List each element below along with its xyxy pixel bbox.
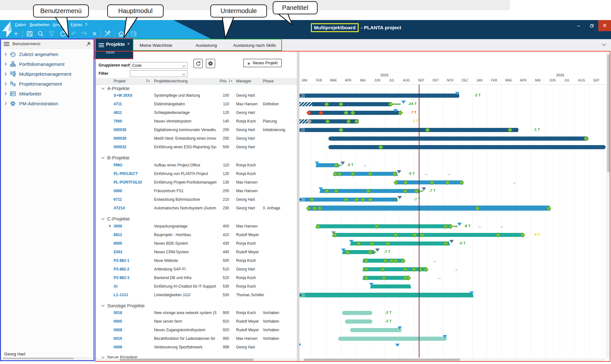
project-id[interactable]: 0009 bbox=[114, 345, 122, 349]
col-manager[interactable]: Manager bbox=[236, 79, 251, 83]
gantt-month-label: AUG bbox=[400, 79, 413, 82]
group-header-b-projekte[interactable]: B-Projekte bbox=[107, 155, 130, 160]
gantt-gridline bbox=[341, 85, 341, 358]
project-id[interactable]: PMO bbox=[114, 163, 122, 167]
col-prio[interactable]: Prio bbox=[220, 79, 226, 83]
gantt-gridline bbox=[560, 85, 560, 358]
gantt-month-label: JUN bbox=[371, 79, 384, 82]
gantt-bar-000032[interactable] bbox=[328, 145, 606, 149]
project-id[interactable]: 5000 bbox=[114, 189, 122, 193]
delay-label: 5 T bbox=[535, 233, 540, 236]
project-id[interactable]: P2-882-1 bbox=[114, 258, 129, 263]
gantt-bar-L1-JJJJ[interactable] bbox=[298, 293, 474, 298]
project-id[interactable]: E001 bbox=[114, 250, 123, 254]
project-id[interactable]: PL-PROJECT bbox=[114, 172, 138, 176]
project-id[interactable]: 7000 bbox=[114, 119, 122, 123]
project-prio: 500 bbox=[210, 258, 229, 263]
table-gantt-divider[interactable] bbox=[297, 52, 299, 362]
project-id[interactable]: 0010 bbox=[114, 336, 122, 341]
project-id[interactable]: 0018 bbox=[114, 311, 122, 315]
gantt-bar-0005[interactable] bbox=[345, 319, 372, 324]
project-name: Einführung von PLANTA Project bbox=[154, 172, 208, 176]
gantt-bar-S+W 20XX[interactable] bbox=[298, 94, 459, 98]
col-phase[interactable]: Phase bbox=[263, 79, 274, 83]
project-id[interactable]: 000030 bbox=[114, 136, 126, 141]
gantt-bar-3000[interactable] bbox=[316, 224, 452, 228]
gantt-month-label: FEB bbox=[488, 79, 501, 82]
project-name: Backend DB und Infra bbox=[154, 276, 191, 280]
gantt-gridline bbox=[574, 85, 575, 358]
gantt-gridline bbox=[326, 85, 327, 358]
project-id[interactable]: 000032 bbox=[114, 145, 126, 149]
gantt-bar-PL-PROJECT[interactable] bbox=[333, 172, 398, 176]
chevron-down-icon[interactable] bbox=[102, 217, 105, 220]
project-id[interactable]: PL-PORTFOLIO bbox=[114, 180, 142, 185]
project-manager: Rudolf Meyer bbox=[236, 319, 259, 324]
project-id[interactable]: S+W 20XX bbox=[114, 93, 132, 98]
project-id[interactable]: P2-882-3 bbox=[114, 276, 129, 280]
gantt-month-label: JUL bbox=[385, 79, 398, 82]
project-id[interactable]: 6711 bbox=[114, 197, 122, 202]
project-id[interactable]: AT214 bbox=[114, 206, 125, 210]
gantt-bar-AT214[interactable] bbox=[307, 206, 551, 211]
gantt-bar-0008[interactable] bbox=[350, 328, 402, 332]
schedule-triangle-icon bbox=[397, 170, 401, 173]
project-id[interactable]: 4711 bbox=[114, 102, 122, 106]
sidebar-item-multiprojektmanagement[interactable]: Multiprojektmanagement bbox=[1, 69, 94, 79]
group-header-c-projekte[interactable]: C-Projekte bbox=[107, 216, 130, 221]
sidebar-item-zuletzt angesehen[interactable]: Zuletzt angesehen bbox=[1, 49, 94, 59]
gantt-gridline bbox=[385, 85, 385, 358]
gantt-bar-000030[interactable] bbox=[328, 136, 588, 141]
project-id[interactable]: 0008 bbox=[114, 328, 122, 332]
gantt-bar-0010[interactable] bbox=[338, 337, 447, 341]
project-id[interactable]: 4811 bbox=[114, 110, 122, 115]
project-id[interactable]: 3000 bbox=[114, 224, 122, 228]
table-horizontal-scrollbar[interactable] bbox=[96, 358, 297, 361]
sidebar-item-mitarbeiter[interactable]: Mitarbeiter bbox=[1, 89, 94, 99]
schedule-triangle-icon bbox=[341, 162, 345, 165]
gantt-bar-000035[interactable] bbox=[298, 128, 518, 132]
tab-projekte-active[interactable]: Projekte × Basis bbox=[95, 39, 133, 59]
col-projekt[interactable]: Projekt bbox=[114, 79, 125, 83]
sidebar-item-projektmanagement[interactable]: Projektmanagement bbox=[1, 79, 94, 89]
gantt-bar-4711[interactable] bbox=[298, 102, 392, 106]
project-id[interactable]: 8000 bbox=[114, 241, 122, 246]
project-manager: Rudolf Meyer bbox=[236, 328, 259, 332]
delay-feather-icon: ›››››››››› bbox=[392, 102, 402, 106]
project-id[interactable]: L1-JJJJ bbox=[114, 293, 128, 297]
sidebar-item-portfoliomanagement[interactable]: Portfoliomanagement bbox=[1, 59, 94, 69]
project-id[interactable]: 6812 bbox=[114, 233, 122, 237]
chevron-down-icon[interactable] bbox=[102, 87, 105, 90]
sidebar-header: Benutzermenü bbox=[1, 39, 94, 49]
col-bezeichnung[interactable]: Projektbezeichnung bbox=[154, 79, 187, 83]
project-id[interactable]: P2-882-2 bbox=[114, 267, 129, 271]
chevron-down-icon[interactable] bbox=[102, 304, 105, 307]
vertical-scrollbar[interactable] bbox=[606, 52, 610, 358]
gantt-bar-AI[interactable] bbox=[370, 284, 411, 289]
chevron-down-icon[interactable] bbox=[102, 355, 105, 359]
chevron-right-icon[interactable] bbox=[108, 225, 111, 227]
project-id[interactable]: 000035 bbox=[114, 128, 126, 132]
project-name: Elektrohängebahn bbox=[154, 102, 185, 106]
group-header-a-projekte[interactable]: A-Projekte bbox=[107, 86, 130, 91]
gantt-month-label: MAE bbox=[327, 79, 340, 82]
sidebar-scrollbar[interactable] bbox=[2, 357, 93, 360]
gantt-bar-0018[interactable] bbox=[342, 311, 372, 315]
project-id[interactable]: AI bbox=[114, 284, 117, 289]
pin-icon[interactable] bbox=[85, 41, 91, 47]
col-projekt-sort: 2▲ bbox=[146, 79, 150, 83]
sidebar-item-pm-administration[interactable]: PM-Administration bbox=[1, 99, 94, 108]
header-divider bbox=[96, 84, 606, 85]
project-prio: 400 bbox=[210, 224, 229, 228]
tab-menu-icon[interactable] bbox=[99, 43, 104, 47]
group-header-sonstige-projekte[interactable]: Sonstige Projekte bbox=[107, 303, 145, 308]
sidebar-menu-icon[interactable] bbox=[4, 42, 9, 46]
chevron-down-icon[interactable] bbox=[102, 156, 105, 159]
project-prio: 110 bbox=[210, 163, 229, 167]
gantt-bar-8000[interactable] bbox=[350, 242, 450, 246]
gantt-horizontal-scrollbar[interactable] bbox=[299, 358, 606, 361]
delay-feather-icon: ›››››››››› bbox=[393, 197, 398, 202]
project-id[interactable]: 0005 bbox=[114, 319, 122, 324]
tab-close-icon[interactable]: × bbox=[127, 41, 130, 46]
gantt-month-label: AUG bbox=[575, 79, 588, 82]
